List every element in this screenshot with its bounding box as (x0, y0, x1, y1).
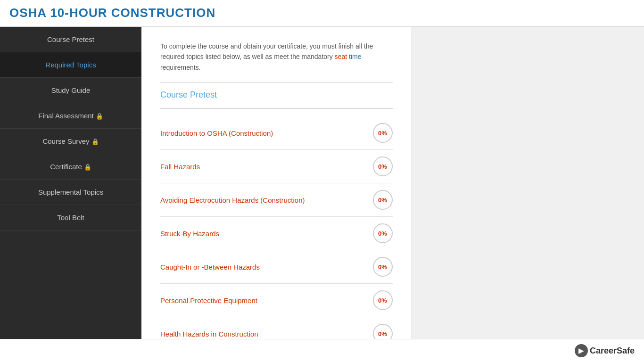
topic-name-3: Struck-By Hazards (160, 230, 368, 238)
topic-row-3[interactable]: Struck-By Hazards0% (160, 217, 393, 250)
topic-name-1: Fall Hazards (160, 163, 368, 171)
lock-icon-final-assessment: 🔒 (96, 113, 103, 120)
lock-icon-course-survey: 🔒 (91, 138, 99, 145)
topic-name-0: Introduction to OSHA (Construction) (160, 129, 368, 137)
careersafe-logo: ▶ CareerSafe (575, 344, 635, 357)
sidebar-item-certificate[interactable]: Certificate🔒 (0, 154, 141, 180)
topic-name-6: Health Hazards in Construction (160, 330, 368, 338)
sidebar-item-study-guide[interactable]: Study Guide (0, 78, 141, 103)
sidebar-item-required-topics[interactable]: Required Topics (0, 52, 141, 78)
progress-circle-0: 0% (373, 123, 393, 143)
topic-name-2: Avoiding Electrocution Hazards (Construc… (160, 196, 368, 204)
topic-name-5: Personal Protective Equipment (160, 296, 368, 304)
topic-name-4: Caught-In or -Between Hazards (160, 263, 368, 271)
progress-circle-1: 0% (373, 156, 393, 176)
info-text: To complete the course and obtain your c… (160, 41, 393, 73)
progress-circle-4: 0% (373, 257, 393, 277)
right-panel (412, 27, 644, 362)
logo-play-icon: ▶ (575, 344, 588, 357)
sidebar-item-tool-belt[interactable]: Tool Belt (0, 205, 141, 230)
sidebar: Course PretestRequired TopicsStudy Guide… (0, 27, 141, 362)
main-layout: Course PretestRequired TopicsStudy Guide… (0, 27, 644, 362)
content-area: To complete the course and obtain your c… (141, 27, 412, 362)
topic-row-4[interactable]: Caught-In or -Between Hazards0% (160, 250, 393, 284)
progress-circle-2: 0% (373, 190, 393, 210)
sidebar-item-course-pretest[interactable]: Course Pretest (0, 27, 141, 52)
logo-text: CareerSafe (590, 346, 635, 356)
sidebar-item-final-assessment[interactable]: Final Assessment🔒 (0, 103, 141, 129)
page-header: OSHA 10-HOUR CONSTRUCTION (0, 0, 644, 27)
sidebar-item-course-survey[interactable]: Course Survey🔒 (0, 129, 141, 154)
page-title: OSHA 10-HOUR CONSTRUCTION (9, 6, 635, 20)
progress-circle-5: 0% (373, 290, 393, 310)
topic-row-2[interactable]: Avoiding Electrocution Hazards (Construc… (160, 183, 393, 217)
topic-row-1[interactable]: Fall Hazards0% (160, 150, 393, 183)
divider-top (160, 82, 393, 82)
footer: ▶ CareerSafe (0, 339, 644, 362)
topics-list: Introduction to OSHA (Construction)0%Fal… (160, 116, 393, 351)
sidebar-item-supplemental-topics[interactable]: Supplemental Topics (0, 180, 141, 205)
sidebar-items: Course PretestRequired TopicsStudy Guide… (0, 27, 141, 230)
topic-row-5[interactable]: Personal Protective Equipment0% (160, 284, 393, 317)
topic-row-0[interactable]: Introduction to OSHA (Construction)0% (160, 116, 393, 150)
divider-section (160, 108, 393, 109)
section-title: Course Pretest (160, 90, 393, 102)
progress-circle-3: 0% (373, 223, 393, 243)
lock-icon-certificate: 🔒 (84, 164, 91, 171)
